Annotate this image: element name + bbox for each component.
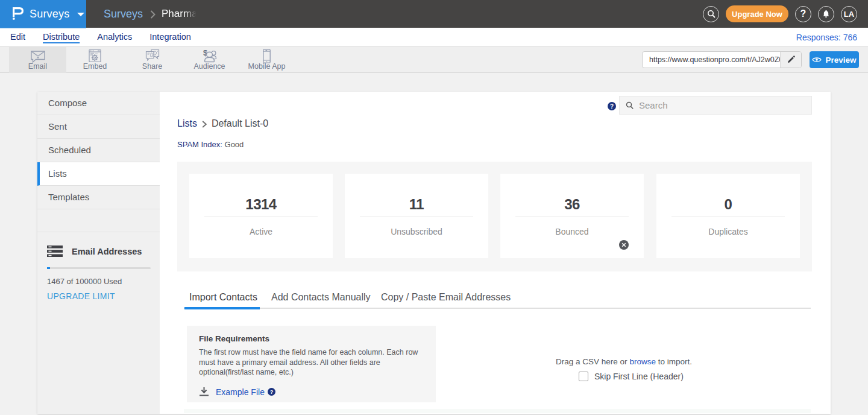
svg-text:?: ?: [610, 103, 614, 110]
svg-text:?: ?: [270, 389, 274, 395]
